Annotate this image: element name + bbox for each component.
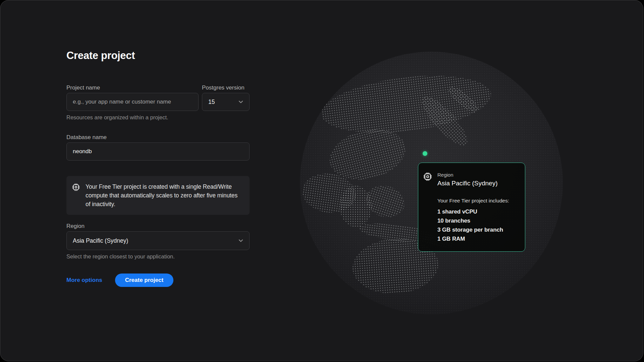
create-project-button[interactable]: Create project: [115, 274, 173, 287]
tooltip-region-label: Region: [437, 172, 509, 178]
page-title: Create project: [66, 49, 250, 62]
create-project-form: Create project Project name Postgres ver…: [66, 49, 250, 287]
globe-visualization: Region Asia Pacific (Sydney) Your Free T…: [296, 49, 567, 320]
list-item: 1 GB RAM: [437, 234, 509, 243]
list-item: 10 branches: [437, 216, 509, 225]
database-name-input[interactable]: [66, 142, 250, 161]
region-marker-dot: [423, 151, 427, 156]
create-project-page: Create project Project name Postgres ver…: [0, 0, 643, 361]
postgres-version-field: Postgres version 15: [202, 84, 250, 111]
database-name-field: Database name: [66, 134, 250, 161]
database-name-label: Database name: [66, 134, 250, 141]
project-name-helper: Resources are organized within a project…: [66, 114, 250, 121]
region-value: Asia Pacific (Sydney): [73, 237, 128, 244]
region-select[interactable]: Asia Pacific (Sydney): [66, 231, 250, 250]
name-version-row: Project name Postgres version 15: [66, 84, 250, 111]
project-name-input[interactable]: [66, 93, 199, 111]
postgres-version-value: 15: [208, 99, 215, 106]
postgres-version-select[interactable]: 15: [202, 93, 250, 111]
list-item: 3 GB storage per branch: [437, 225, 509, 234]
tooltip-includes-heading: Your Free Tier project includes:: [437, 197, 509, 204]
project-name-field: Project name: [66, 84, 199, 111]
region-tooltip-card: Region Asia Pacific (Sydney) Your Free T…: [418, 163, 525, 252]
postgres-version-label: Postgres version: [202, 84, 250, 92]
chevron-down-icon: [238, 238, 244, 244]
more-options-link[interactable]: More options: [66, 277, 102, 284]
tooltip-region-value: Asia Pacific (Sydney): [437, 179, 509, 187]
list-item: 1 shared vCPU: [437, 207, 509, 216]
region-helper: Select the region closest to your applic…: [66, 253, 250, 260]
project-name-label: Project name: [66, 84, 199, 92]
tooltip-includes-list: 1 shared vCPU 10 branches 3 GB storage p…: [437, 207, 509, 243]
form-actions: More options Create project: [66, 274, 250, 287]
free-tier-info-box: Your Free Tier project is created with a…: [66, 176, 250, 215]
chevron-down-icon: [238, 99, 244, 105]
tooltip-content: Region Asia Pacific (Sydney) Your Free T…: [437, 172, 509, 243]
free-tier-note: Your Free Tier project is created with a…: [86, 182, 244, 208]
region-label: Region: [66, 223, 250, 230]
cpu-icon: [72, 183, 80, 191]
cpu-icon: [423, 172, 432, 181]
region-field: Region Asia Pacific (Sydney) Select the …: [66, 223, 250, 260]
